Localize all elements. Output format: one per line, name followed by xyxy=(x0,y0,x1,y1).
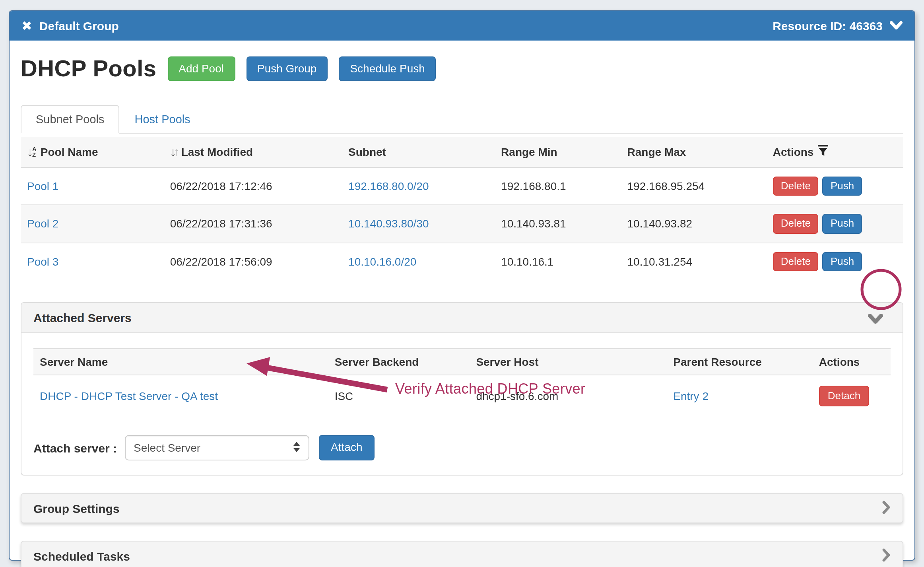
delete-pool-button[interactable]: Delete xyxy=(773,252,819,271)
pools-table-header-row: ↓ AZ Pool Name ↓↑ Last Modified xyxy=(21,137,903,167)
tab-subnet-pools[interactable]: Subnet Pools xyxy=(21,105,120,134)
server-name-column-header: Server Name xyxy=(33,349,328,375)
subnet-column-header: Subnet xyxy=(342,137,495,167)
parent-resource-column-header: Parent Resource xyxy=(667,349,813,375)
range-min-value: 10.10.16.1 xyxy=(501,255,553,268)
delete-pool-button[interactable]: Delete xyxy=(773,177,819,196)
tab-host-pools[interactable]: Host Pools xyxy=(120,105,206,134)
pool-link[interactable]: Pool 3 xyxy=(27,255,58,268)
range-min-column-header: Range Min xyxy=(495,137,621,167)
pool-link[interactable]: Pool 2 xyxy=(27,217,58,230)
subnet-link[interactable]: 192.168.80.0/20 xyxy=(348,180,429,192)
push-pool-button[interactable]: Push xyxy=(823,252,862,271)
select-stepper-icon xyxy=(293,441,301,454)
chevron-right-icon xyxy=(882,500,891,517)
attach-server-label: Attach server : xyxy=(33,441,117,454)
chevron-right-icon xyxy=(882,548,891,564)
pool-name-column-header[interactable]: ↓ AZ Pool Name xyxy=(21,137,164,167)
schedule-push-button[interactable]: Schedule Push xyxy=(339,56,436,82)
push-pool-button[interactable]: Push xyxy=(823,214,862,234)
attached-servers-header[interactable]: Attached Servers xyxy=(21,303,903,333)
server-host-column-header: Server Host xyxy=(470,349,667,375)
attached-servers-panel: Attached Servers Server Name xyxy=(21,302,903,476)
server-select-value: Select Server xyxy=(134,441,200,454)
scheduled-tasks-title: Scheduled Tasks xyxy=(33,549,130,563)
last-modified-column-header[interactable]: ↓↑ Last Modified xyxy=(164,137,342,167)
pool-tabs: Subnet Pools Host Pools xyxy=(21,105,903,134)
attached-servers-title: Attached Servers xyxy=(33,311,132,324)
servers-table: Server Name Server Backend Server Host P… xyxy=(33,348,891,416)
range-min-value: 192.168.80.1 xyxy=(501,180,566,192)
resource-id-label: Resource ID: 46363 xyxy=(773,19,883,33)
sort-alpha-icon: ↓ AZ xyxy=(27,146,37,158)
pool-row-1: Pool 1 06/22/2018 17:12:46 192.168.80.0/… xyxy=(21,167,903,205)
range-min-value: 10.140.93.81 xyxy=(501,217,566,230)
server-row: DHCP - DHCP Test Server - QA test ISC dh… xyxy=(33,375,891,416)
server-name-link[interactable]: DHCP - DHCP Test Server - QA test xyxy=(40,390,218,402)
group-title: Default Group xyxy=(39,19,119,33)
group-settings-panel[interactable]: Group Settings xyxy=(21,493,903,523)
group-card-header: ✖ Default Group Resource ID: 46363 xyxy=(10,11,914,41)
pool-link[interactable]: Pool 1 xyxy=(27,180,58,192)
last-modified-value: 06/22/2018 17:12:46 xyxy=(170,180,272,192)
pool-row-2: Pool 2 06/22/2018 17:31:36 10.140.93.80/… xyxy=(21,205,903,243)
servers-table-header-row: Server Name Server Backend Server Host P… xyxy=(33,349,891,375)
last-modified-value: 06/22/2018 17:31:36 xyxy=(170,217,272,230)
range-max-value: 10.140.93.82 xyxy=(627,217,693,230)
chevron-down-icon xyxy=(890,19,903,33)
page-title: DHCP Pools xyxy=(21,56,156,82)
server-backend-value: ISC xyxy=(335,390,353,402)
group-settings-title: Group Settings xyxy=(33,501,120,515)
filter-icon[interactable] xyxy=(818,145,829,159)
server-actions-column-header: Actions xyxy=(813,349,891,375)
range-max-value: 10.10.31.254 xyxy=(627,255,693,268)
chevron-down-icon[interactable] xyxy=(868,313,883,327)
add-pool-button[interactable]: Add Pool xyxy=(167,56,235,82)
resource-id-dropdown[interactable]: Resource ID: 46363 xyxy=(773,19,903,33)
attach-button[interactable]: Attach xyxy=(319,435,374,460)
push-group-button[interactable]: Push Group xyxy=(246,56,328,82)
parent-resource-link[interactable]: Entry 2 xyxy=(673,390,709,402)
push-pool-button[interactable]: Push xyxy=(823,177,862,196)
server-backend-column-header: Server Backend xyxy=(328,349,470,375)
server-host-value: dhcp1-sfo.6.com xyxy=(476,390,558,402)
last-modified-value: 06/22/2018 17:56:09 xyxy=(170,255,272,268)
actions-column-header[interactable]: Actions xyxy=(767,137,903,167)
pools-table: ↓ AZ Pool Name ↓↑ Last Modified xyxy=(21,137,903,280)
delete-pool-button[interactable]: Delete xyxy=(773,214,819,234)
detach-button[interactable]: Detach xyxy=(819,386,869,407)
scheduled-tasks-panel[interactable]: Scheduled Tasks xyxy=(21,541,903,567)
subnet-link[interactable]: 10.140.93.80/30 xyxy=(348,217,429,230)
range-max-value: 192.168.95.254 xyxy=(627,180,705,192)
pool-row-3: Pool 3 06/22/2018 17:56:09 10.10.16.0/20… xyxy=(21,243,903,280)
subnet-link[interactable]: 10.10.16.0/20 xyxy=(348,255,416,268)
page: ✖ Default Group Resource ID: 46363 DHCP … xyxy=(0,0,924,567)
sort-updown-icon: ↓↑ xyxy=(170,146,177,158)
range-max-column-header: Range Max xyxy=(621,137,767,167)
server-select[interactable]: Select Server xyxy=(125,435,309,460)
group-card: ✖ Default Group Resource ID: 46363 DHCP … xyxy=(9,10,915,561)
close-icon[interactable]: ✖ xyxy=(21,19,32,32)
